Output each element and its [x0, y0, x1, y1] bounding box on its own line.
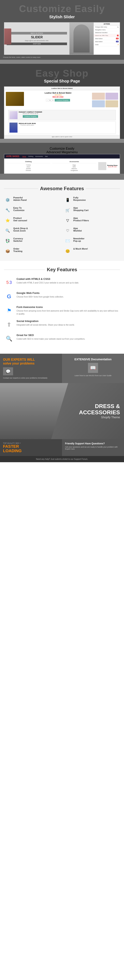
panel-option-upload: Upload max. 980×770px ! [94, 34, 120, 37]
feat-title-customize: Easy To [13, 207, 24, 209]
tracking-icon: 📦 [4, 248, 11, 255]
section-key-features: Key Features 5 3 Coded with HTML5 & CSS3… [0, 261, 124, 354]
jeans-product-card: REGULAR SLIM JEAN Premium denim jeans [8, 121, 116, 134]
more-icon: 😊 [64, 248, 71, 255]
key-desc-seo: Coded with SEO in mind make your website… [16, 337, 85, 340]
feat-title-filters2: Product Filters [73, 219, 89, 222]
responsive-icon: 📱 [64, 196, 71, 204]
key-desc-social: Integrated with all social elements. Sha… [16, 323, 75, 326]
mega-item-tshirts[interactable]: T-Shirts [6, 164, 50, 166]
feature-item-wishlist: ♡ Ajax Wishlist [64, 227, 120, 234]
feat-title-newsletter: Newsletter [73, 237, 85, 240]
jeans-desc: Premium denim jeans [19, 124, 35, 126]
mega-item-sunglasses[interactable]: Sunglasses [52, 170, 96, 171]
belt-product-image [6, 92, 24, 106]
bg-title-2: Easy Shop [0, 68, 124, 79]
mega-nav-accessories[interactable]: Accessories [35, 156, 43, 157]
feature-item-customize: 🔧 Easy To Customize [4, 207, 60, 214]
mega-item-jackets[interactable]: Jackets [6, 168, 50, 170]
feat-title-ajax-cart2: Shopping Cart [73, 209, 89, 212]
slider-model-image [69, 22, 93, 54]
slider-cta-button[interactable]: SHOP NOW [6, 43, 67, 45]
ajax-cart-icon: 🛒 [64, 207, 71, 214]
key-title-google: Google Web Fonts [16, 291, 64, 294]
feat-title-customize2: Customize [13, 209, 24, 212]
powder-image [10, 111, 18, 119]
mega-drop-col-clothing: Clothing T-Shirts Jeans Jackets Dresses [6, 161, 50, 171]
mega-item-jeans[interactable]: Jeans [6, 166, 50, 168]
seo-search-icon: 🔍 [4, 334, 14, 344]
faster-title: FASTER LOADING [3, 444, 59, 453]
bg-title-3: Customize Easily [0, 147, 124, 150]
features-divider: Awesome Features [4, 186, 120, 191]
powder-name: RADIANT COMPACT POWDER [19, 111, 42, 113]
key-feature-html5: 5 3 Coded with HTML5 & CSS3 Coded with H… [4, 277, 120, 288]
cosmetic-2 [105, 93, 118, 100]
docs-right-panel: EXTENSIVE Documentation 📖 Learn how to u… [62, 354, 124, 383]
mega-nav-home[interactable]: Home [23, 156, 26, 157]
feature-item-admin: ⚙️ Powerful Admin Panel [4, 196, 60, 204]
feat-title-quickshop2: Good Zoom [13, 229, 28, 232]
key-desc-fontawesome: Choose from amazing icons from font awes… [16, 309, 120, 315]
feature-item-ajax-cart: 🛒 Ajax Shopping Cart [64, 207, 120, 214]
sub-title-2: Special Shop Page [0, 79, 124, 83]
feat-title-responsive: Fully [73, 196, 86, 199]
product-name: Leather Belt & Beloid Wallet [26, 92, 90, 94]
mega-featured-product: Running Shoes $100.00 USD [98, 161, 118, 171]
mega-item-bags[interactable]: Bags [52, 164, 96, 166]
key-feature-google: G Google Web Fonts Choose from 600+ font… [4, 291, 120, 302]
mega-product-name: Running Shoes [107, 165, 118, 166]
qty-decrease[interactable]: - [46, 99, 48, 101]
key-title-seo: Great for SEO [16, 334, 85, 337]
quickshop-icon: 🔍 [4, 227, 11, 234]
feat-title-carousel2: Owl carousel [13, 219, 27, 222]
choose-label: Choose the fonts, colors, slider control… [0, 55, 124, 60]
powder-price: REGULAR PRICE $8.44 [19, 113, 42, 115]
experts-desc: Contact our experts & solve your problem… [3, 377, 59, 379]
panel-option-1: Change slide every 5s [94, 25, 120, 29]
mega-item-belts[interactable]: Belts [52, 166, 96, 168]
mega-col-head-1: Clothing [6, 161, 50, 163]
mega-col-head-2: Accessories [52, 161, 96, 163]
cosmetic-4 [105, 100, 118, 107]
section-stylish-slider: Customize Easily Stylish Slider BACK IN … [0, 0, 124, 64]
powder-cart-btn[interactable]: Continue Shopping [23, 115, 38, 118]
feat-title-responsive2: Responsive [73, 199, 86, 201]
slider-headline: SLIDER [6, 35, 67, 39]
mega-nav-sale[interactable]: Sale [45, 156, 48, 157]
shop-header: Leather Belt & Beloid Wallet [4, 87, 120, 90]
filters-icon: ▽ [64, 217, 71, 224]
key-desc-html5: Coded with HTML 5 and CSS 3 your website… [16, 281, 79, 284]
mega-item-watches[interactable]: Watches [52, 168, 96, 170]
feature-item-newsletter: ✉️ Newsletter Pop-up [64, 237, 120, 245]
experts-title: OUR EXPERTS WILL solve your problems [3, 358, 59, 365]
ajax-label: ajax add to cart & quick view [4, 135, 120, 138]
currency-icon: 💱 [4, 237, 11, 245]
docs-book-icon: 📖 [88, 363, 98, 373]
quantity-stepper[interactable]: - 1 + [46, 99, 54, 102]
qty-increase[interactable]: + [52, 99, 54, 101]
wishlist-icon: ♡ [64, 227, 71, 234]
docs-title: EXTENSIVE Documentation [65, 358, 121, 361]
hero-text-block: DRESS & ACCESSORIES Shopify Theme [79, 403, 120, 419]
feat-title-currency2: Switcher [13, 240, 23, 242]
jeans-image [10, 123, 18, 133]
key-features-divider: Key Features [4, 267, 120, 272]
add-to-cart-button[interactable]: Continue Shopping [55, 99, 70, 102]
feat-title-carousel: Product [13, 217, 27, 219]
powder-product-card: RADIANT COMPACT POWDER REGULAR PRICE $8.… [8, 110, 116, 120]
panel-option-5: Slide Button Alt [94, 37, 120, 40]
feature-item-more: 😊 & Much More! [64, 248, 120, 255]
scarf-decoration [4, 29, 11, 45]
css3-icon: 3 [10, 280, 12, 285]
mega-nav-clothing[interactable]: Clothing [28, 156, 34, 157]
shop-screenshot: Leather Belt & Beloid Wallet Leather Bel… [4, 86, 120, 139]
feat-title-quickshop: Quick Shop & [13, 227, 28, 229]
google-fonts-icon: G [4, 291, 14, 302]
key-desc-google: Choose from 600+ fonts from google fonts… [16, 295, 64, 298]
admin-panel-icon: ⚙️ [4, 196, 11, 204]
mega-nav-items: Home Clothing Accessories Sale [23, 156, 48, 157]
awesome-features-title: Awesome Features [40, 186, 84, 191]
customize-icon: 🔧 [4, 207, 11, 214]
mega-item-dresses[interactable]: Dresses [6, 170, 50, 171]
